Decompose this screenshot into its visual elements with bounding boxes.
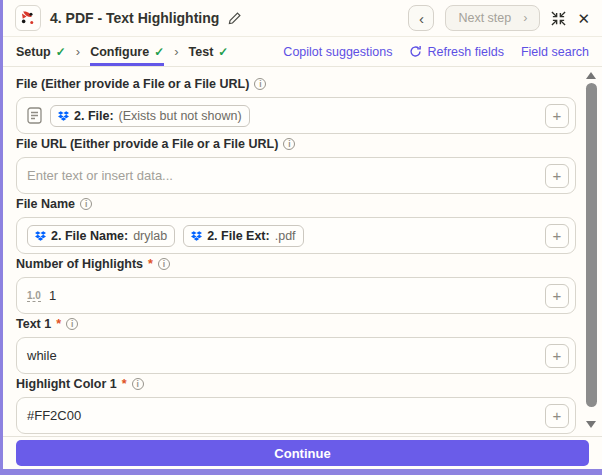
dropbox-icon bbox=[191, 231, 202, 241]
refresh-fields-link[interactable]: Refresh fields bbox=[409, 45, 503, 59]
info-icon[interactable]: i bbox=[132, 378, 144, 390]
insert-data-button[interactable]: + bbox=[545, 224, 569, 248]
step-title: 4. PDF - Text Highlighting bbox=[50, 10, 219, 26]
file-input[interactable]: 2. File: (Exists but not shown) + bbox=[16, 97, 576, 134]
continue-button[interactable]: Continue bbox=[16, 440, 589, 466]
info-icon[interactable]: i bbox=[158, 258, 170, 270]
field-highlight-color-1: Highlight Color 1 * i #FF2C00 + bbox=[16, 376, 576, 434]
close-icon[interactable]: ✕ bbox=[577, 11, 590, 26]
token-value: .pdf bbox=[275, 229, 296, 243]
pdfco-app-icon bbox=[15, 5, 41, 31]
document-icon bbox=[27, 107, 42, 124]
info-icon[interactable]: i bbox=[66, 318, 78, 330]
input-placeholder: Enter text or insert data... bbox=[27, 168, 173, 183]
field-label: Text 1 bbox=[16, 317, 51, 331]
tab-test-label: Test bbox=[189, 45, 214, 59]
field-number-of-highlights: Number of Highlights * i 1.0 1 + bbox=[16, 256, 576, 314]
token-prefix: 2. File: bbox=[74, 109, 114, 123]
modal-footer: Continue bbox=[3, 436, 602, 469]
insert-data-button[interactable]: + bbox=[545, 284, 569, 308]
required-asterisk: * bbox=[56, 317, 61, 331]
insert-data-button[interactable]: + bbox=[545, 404, 569, 428]
scrollbar-thumb[interactable] bbox=[586, 83, 597, 407]
check-icon: ✓ bbox=[56, 45, 66, 59]
mapped-field-token[interactable]: 2. File Name: drylab bbox=[27, 225, 175, 247]
check-icon: ✓ bbox=[218, 45, 228, 59]
refresh-icon bbox=[409, 45, 422, 58]
input-value: #FF2C00 bbox=[27, 408, 81, 423]
dropbox-icon bbox=[58, 111, 69, 121]
info-icon[interactable]: i bbox=[283, 138, 295, 150]
field-text-1: Text 1 * i while + bbox=[16, 316, 576, 374]
tab-actions: Copilot suggestions Refresh fields Field… bbox=[283, 37, 589, 66]
chevron-right-icon: › bbox=[523, 11, 527, 25]
input-value: while bbox=[27, 348, 57, 363]
field-file-url: File URL (Either provide a File or a Fil… bbox=[16, 136, 576, 194]
chevron-separator-icon: › bbox=[76, 37, 80, 66]
tab-setup-label: Setup bbox=[16, 45, 51, 59]
insert-data-button[interactable]: + bbox=[545, 104, 569, 128]
file-url-input[interactable]: Enter text or insert data... + bbox=[16, 157, 576, 194]
next-step-button[interactable]: Next step › bbox=[445, 5, 540, 31]
token-value: (Exists but not shown) bbox=[119, 109, 242, 123]
next-step-label: Next step bbox=[458, 11, 511, 25]
info-icon[interactable]: i bbox=[254, 78, 266, 90]
tab-setup[interactable]: Setup ✓ bbox=[16, 37, 66, 66]
dropbox-icon bbox=[35, 231, 46, 241]
tab-test[interactable]: Test ✓ bbox=[189, 37, 229, 66]
tab-configure-label: Configure bbox=[90, 45, 149, 59]
required-asterisk: * bbox=[122, 377, 127, 391]
file-name-input[interactable]: 2. File Name: drylab 2. File Ext: .pdf + bbox=[16, 217, 576, 254]
info-icon[interactable]: i bbox=[80, 198, 92, 210]
field-label: Highlight Color 1 bbox=[16, 377, 117, 391]
token-prefix: 2. File Ext: bbox=[207, 229, 270, 243]
tab-configure[interactable]: Configure ✓ bbox=[90, 37, 164, 66]
check-icon: ✓ bbox=[154, 45, 164, 59]
number-type-icon: 1.0 bbox=[27, 290, 41, 302]
scrollbar-down-arrow[interactable] bbox=[586, 421, 596, 428]
chevron-left-icon: ‹ bbox=[419, 10, 424, 27]
field-file-name: File Name i 2. File Name: drylab 2. File… bbox=[16, 196, 576, 254]
highlight-color-1-input[interactable]: #FF2C00 + bbox=[16, 397, 576, 434]
field-label: File URL (Either provide a File or a Fil… bbox=[16, 137, 278, 151]
field-label: File (Either provide a File or a File UR… bbox=[16, 77, 249, 91]
modal-header: 4. PDF - Text Highlighting ‹ Next step › bbox=[3, 0, 602, 37]
edit-title-icon[interactable] bbox=[228, 12, 241, 25]
field-label: File Name bbox=[16, 197, 75, 211]
required-asterisk: * bbox=[148, 257, 153, 271]
text-1-input[interactable]: while + bbox=[16, 337, 576, 374]
copilot-suggestions-link[interactable]: Copilot suggestions bbox=[283, 45, 392, 59]
form-content: File (Either provide a File or a File UR… bbox=[3, 67, 602, 436]
input-value: 1 bbox=[49, 288, 56, 303]
field-search-link[interactable]: Field search bbox=[521, 45, 589, 59]
insert-data-button[interactable]: + bbox=[545, 164, 569, 188]
token-value: drylab bbox=[133, 229, 167, 243]
field-label: Number of Highlights bbox=[16, 257, 143, 271]
header-actions: ‹ Next step › ✕ bbox=[408, 5, 590, 31]
pdfco-logo-icon bbox=[19, 9, 37, 27]
mapped-field-token[interactable]: 2. File Ext: .pdf bbox=[183, 225, 303, 247]
step-tabs: Setup ✓ › Configure ✓ › Test ✓ Copilot s… bbox=[3, 37, 602, 67]
previous-step-button[interactable]: ‹ bbox=[408, 5, 434, 31]
number-of-highlights-input[interactable]: 1.0 1 + bbox=[16, 277, 576, 314]
insert-data-button[interactable]: + bbox=[545, 344, 569, 368]
chevron-separator-icon: › bbox=[174, 37, 178, 66]
field-file: File (Either provide a File or a File UR… bbox=[16, 76, 576, 134]
step-editor-modal: 4. PDF - Text Highlighting ‹ Next step › bbox=[3, 0, 602, 469]
collapse-icon[interactable] bbox=[551, 11, 566, 26]
token-prefix: 2. File Name: bbox=[51, 229, 128, 243]
mapped-field-token[interactable]: 2. File: (Exists but not shown) bbox=[50, 105, 250, 127]
scrollbar-up-arrow[interactable] bbox=[586, 72, 596, 79]
